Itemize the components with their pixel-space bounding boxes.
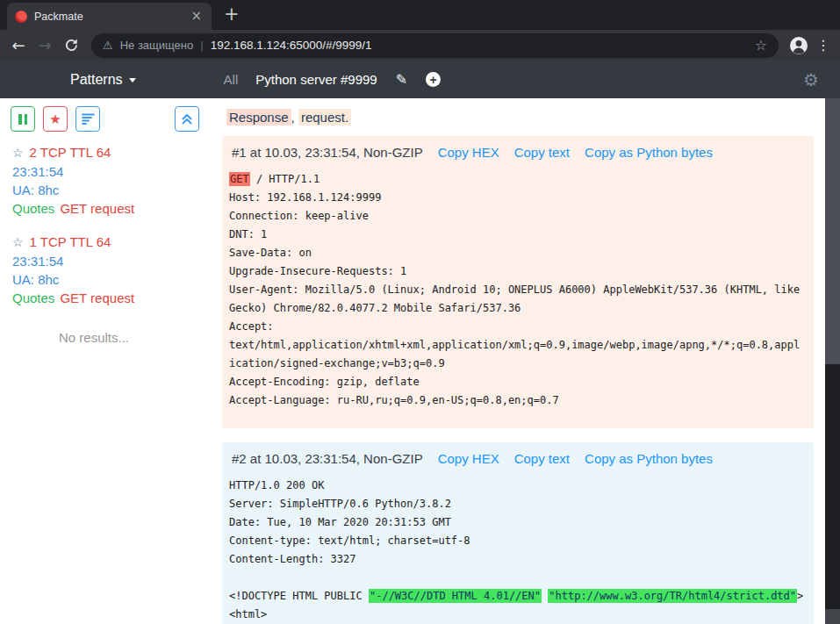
capture-title-row: ☆2 TCP TTL 64	[12, 143, 207, 162]
capture-title-row: ☆1 TCP TTL 64	[12, 233, 207, 252]
capture-title: 1 TCP TTL 64	[30, 234, 111, 249]
security-label[interactable]: Не защищено	[120, 39, 194, 52]
packet-text-segment: / HTTP/1.1	[250, 173, 319, 185]
tab-python-server[interactable]: Python server #9999	[255, 72, 377, 87]
favorite-star-icon[interactable]: ☆	[12, 235, 24, 249]
matched-patterns-line: Response, request.	[226, 110, 814, 125]
pattern-separator: ,	[291, 110, 298, 125]
packet-text-segment: Content-Length: 3327	[229, 553, 356, 565]
capture-tags: QuotesGET request	[12, 199, 207, 218]
packmate-favicon-icon	[15, 11, 27, 23]
filter-lines-icon	[82, 112, 95, 126]
packet-text-segment: <html>	[229, 608, 267, 620]
favorites-filter-button[interactable]: ★	[43, 106, 68, 132]
sidebar-toolbar: ★	[0, 106, 207, 132]
bookmark-star-icon[interactable]: ☆	[747, 37, 775, 54]
reload-button[interactable]	[58, 32, 84, 59]
browser-window: Packmate × + ← → ⚠ Не защищено | 192.168…	[0, 0, 840, 61]
capture-time: 23:31:54	[12, 252, 207, 270]
packet-text-segment: Date: Tue, 10 Mar 2020 20:31:53 GMT	[229, 516, 451, 528]
back-button[interactable]: ←	[5, 32, 32, 59]
packet-text-segment: <!DOCTYPE HTML PUBLIC	[229, 590, 369, 602]
settings-gear-icon[interactable]: ⚙	[803, 69, 819, 90]
packet-text-segment: Content-type: text/html; charset=utf-8	[229, 534, 470, 547]
packet-line: <html>	[229, 606, 805, 624]
scrollbar-thumb[interactable]	[825, 98, 840, 364]
packet-line: Server: SimpleHTTP/0.6 Python/3.8.2	[229, 495, 805, 513]
profile-avatar[interactable]	[786, 32, 812, 59]
packet-text-segment: Accept-Language: ru-RU,ru;q=0.9,en-US;q=…	[229, 394, 559, 406]
scroll-down-button[interactable]	[825, 609, 840, 624]
patterns-label: Patterns	[70, 72, 123, 88]
favorite-star-icon[interactable]: ☆	[12, 146, 24, 160]
url-text[interactable]: 192.168.1.124:65000/#/9999/1	[211, 39, 740, 52]
copy-action-link[interactable]: Copy HEX	[438, 451, 499, 466]
packet-text-segment: Accept-Encoding: gzip, deflate	[229, 376, 420, 388]
packet-line: GET / HTTP/1.1	[229, 170, 805, 189]
capture-user-agent: UA: 8hc	[12, 270, 207, 289]
copy-action-link[interactable]: Copy HEX	[438, 145, 499, 160]
content-area: ★ ☆2 TCP TTL 6423:31:54UA: 8hcQuotesGET …	[0, 98, 840, 624]
packet-line: DNT: 1	[229, 226, 805, 244]
browser-tab[interactable]: Packmate ×	[7, 3, 212, 30]
packet-text-segment: DNT: 1	[229, 228, 267, 240]
copy-action-link[interactable]: Copy as Python bytes	[585, 145, 713, 160]
tab-close-icon[interactable]: ×	[189, 8, 204, 25]
packet-line: Accept-Encoding: gzip, deflate	[229, 373, 805, 391]
packet-line: HTTP/1.0 200 OK	[229, 477, 805, 495]
packet-line: Save-Data: on	[229, 244, 805, 262]
chevron-double-up-icon	[181, 112, 193, 126]
packet-text-segment: >	[797, 590, 803, 602]
highlighted-match: "http://www.w3.org/TR/html4/strict.dtd"	[548, 589, 797, 603]
packet-body: HTTP/1.0 200 OKServer: SimpleHTTP/0.6 Py…	[229, 477, 805, 624]
forward-button[interactable]: →	[32, 32, 58, 59]
edit-pattern-pencil-icon[interactable]: ✎	[396, 71, 407, 88]
browser-toolbar: ← → ⚠ Не защищено | 192.168.1.124:65000/…	[0, 30, 840, 61]
pattern-name[interactable]: Response	[226, 109, 291, 126]
caret-down-icon	[129, 78, 136, 82]
packet-line: <!DOCTYPE HTML PUBLIC "-//W3C//DTD HTML …	[229, 587, 805, 606]
scrollbar-track[interactable]	[825, 98, 840, 624]
tab-all[interactable]: All	[224, 72, 239, 87]
app-header: Patterns All Python server #9999 ✎ + ⚙	[0, 61, 840, 98]
packet-line	[229, 569, 805, 587]
capture-tag: GET request	[60, 201, 134, 216]
packet-title: #1 at 10.03, 23:31:54, Non-GZIP	[232, 145, 423, 160]
collapse-sidebar-button[interactable]	[175, 106, 199, 132]
capture-list-item[interactable]: ☆1 TCP TTL 6423:31:54UA: 8hcQuotesGET re…	[12, 233, 207, 307]
capture-tag: Quotes	[12, 201, 54, 216]
pattern-name[interactable]: request.	[298, 109, 351, 126]
add-pattern-button[interactable]: +	[426, 72, 441, 87]
browser-tab-strip: Packmate × +	[0, 0, 840, 30]
packet-actions: Copy HEXCopy textCopy as Python bytes	[438, 451, 713, 466]
packet-line: User-Agent: Mozilla/5.0 (Linux; Android …	[229, 281, 805, 318]
patterns-dropdown[interactable]: Patterns	[70, 72, 136, 88]
packet-card: #2 at 10.03, 23:31:54, Non-GZIP Copy HEX…	[222, 442, 814, 624]
browser-menu-button[interactable]: ⋮	[812, 32, 835, 59]
not-secure-warning-icon: ⚠	[103, 39, 113, 52]
packet-text-segment: Upgrade-Insecure-Requests: 1	[229, 265, 406, 277]
filter-button[interactable]	[75, 106, 100, 132]
copy-action-link[interactable]: Copy text	[514, 145, 570, 160]
packet-text-segment: HTTP/1.0 200 OK	[229, 479, 324, 491]
packet-text-segment: Accept: text/html,application/xhtml+xml,…	[229, 320, 800, 369]
no-results-label: No results...	[0, 330, 188, 345]
capture-time: 23:31:54	[12, 162, 207, 181]
packet-list: #1 at 10.03, 23:31:54, Non-GZIP Copy HEX…	[222, 136, 814, 624]
packet-text-segment: Save-Data: on	[229, 247, 312, 259]
copy-action-link[interactable]: Copy text	[514, 451, 570, 466]
packet-card-header: #1 at 10.03, 23:31:54, Non-GZIP Copy HEX…	[232, 145, 805, 160]
copy-action-link[interactable]: Copy as Python bytes	[585, 451, 713, 466]
capture-list-item[interactable]: ☆2 TCP TTL 6423:31:54UA: 8hcQuotesGET re…	[12, 143, 207, 218]
pause-icon	[18, 114, 27, 125]
packet-line: Connection: keep-alive	[229, 207, 805, 226]
packet-body: GET / HTTP/1.1Host: 192.168.1.124:9999Co…	[229, 170, 805, 410]
packet-line: Accept-Language: ru-RU,ru;q=0.9,en-US;q=…	[229, 391, 805, 410]
tab-title: Packmate	[34, 11, 182, 23]
packet-title: #2 at 10.03, 23:31:54, Non-GZIP	[232, 451, 423, 466]
new-tab-button[interactable]: +	[224, 5, 240, 24]
address-bar[interactable]: ⚠ Не защищено | 192.168.1.124:65000/#/99…	[91, 33, 779, 58]
capture-list: ☆2 TCP TTL 6423:31:54UA: 8hcQuotesGET re…	[0, 132, 207, 307]
pause-capture-button[interactable]	[11, 106, 35, 132]
highlighted-match: GET	[229, 172, 250, 186]
